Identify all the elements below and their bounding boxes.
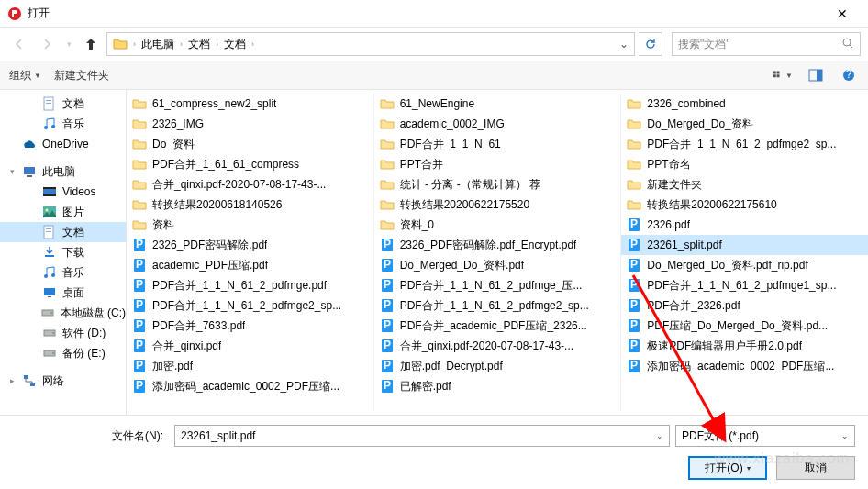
file-item[interactable]: Do_资料 xyxy=(127,134,373,154)
file-item[interactable]: 转换结果20200618140526 xyxy=(127,194,373,215)
file-item[interactable]: PPDF合并_1_1_N_61_2_pdfmge1_sp... xyxy=(621,275,868,295)
folder-icon xyxy=(380,137,395,151)
svg-rect-11 xyxy=(46,100,51,101)
close-button[interactable]: ✕ xyxy=(824,6,861,21)
file-item[interactable]: P合并_qinxi.pdf-2020-07-08-17-43-... xyxy=(374,336,621,356)
chevron-right-icon[interactable]: › xyxy=(214,39,220,49)
sidebar-item[interactable]: 图片 xyxy=(0,202,126,222)
path-dropdown[interactable]: ⌄ xyxy=(616,38,632,50)
file-item[interactable]: P2326_PDF密码解除.pdf xyxy=(127,235,373,255)
file-item[interactable]: P合并_qinxi.pdf xyxy=(127,336,373,356)
file-item[interactable]: PPDF合并_1_1_N_61_2_pdfmge2_sp... xyxy=(127,295,373,316)
preview-pane-button[interactable] xyxy=(806,69,826,82)
sidebar-item[interactable]: Videos xyxy=(0,182,126,202)
filter-value: PDF文件 (*.pdf) xyxy=(682,428,759,444)
help-button[interactable]: ? xyxy=(839,69,859,82)
folder-icon xyxy=(132,137,147,151)
file-item[interactable]: PPT命名 xyxy=(621,154,868,174)
file-item[interactable]: 新建文件夹 xyxy=(621,174,868,194)
split-dropdown-icon[interactable]: ▾ xyxy=(747,464,751,472)
file-item[interactable]: P添加密码_academic_0002_PDF压缩... xyxy=(127,376,373,396)
file-item[interactable]: academic_0002_IMG xyxy=(374,114,621,134)
svg-rect-23 xyxy=(46,228,51,229)
file-item[interactable]: P加密.pdf_Decrypt.pdf xyxy=(374,356,621,376)
crumb-docs2[interactable]: 文档 xyxy=(220,33,250,55)
file-item[interactable]: P添加密码_academic_0002_PDF压缩... xyxy=(621,356,868,376)
file-item[interactable]: PPDF合并_1_1_N_61_2_pdfmge2_sp... xyxy=(374,295,621,316)
file-item[interactable]: 资料 xyxy=(127,215,373,235)
file-item[interactable]: P极速PDF编辑器用户手册2.0.pdf xyxy=(621,336,868,356)
sidebar-item[interactable]: 下载 xyxy=(0,242,126,262)
file-item[interactable]: PDF合并_1_61_61_compress xyxy=(127,154,373,174)
file-item[interactable]: 2326_combined xyxy=(621,94,868,114)
nav-up-button[interactable] xyxy=(79,32,103,56)
file-item[interactable]: 转换结果20200622175610 xyxy=(621,194,868,215)
sidebar-item[interactable]: 备份 (E:) xyxy=(0,343,126,363)
file-item[interactable]: PDo_Merged_Do_资料.pdf_rip.pdf xyxy=(621,255,868,275)
pdf-icon: P xyxy=(627,339,641,353)
sidebar-item[interactable]: ▸网络 xyxy=(0,371,126,391)
chevron-right-icon[interactable]: › xyxy=(178,39,184,49)
file-item[interactable]: 统计 - 分离 -（常规计算） 荐 xyxy=(374,174,621,194)
file-item[interactable]: PPDF压缩_Do_Merged_Do_资料.pd... xyxy=(621,316,868,336)
sidebar-item[interactable]: 文档 xyxy=(0,222,126,242)
breadcrumb[interactable]: › 此电脑 › 文档 › 文档 › ⌄ xyxy=(106,32,635,56)
nav-back-button[interactable] xyxy=(7,32,31,56)
sidebar-item[interactable]: OneDrive xyxy=(0,134,126,154)
file-item[interactable]: P加密.pdf xyxy=(127,356,373,376)
file-list[interactable]: 61_compress_new2_split2326_IMGDo_资料PDF合并… xyxy=(127,90,868,415)
file-item[interactable]: 2326_IMG xyxy=(127,114,373,134)
folder-icon xyxy=(380,117,395,131)
refresh-button[interactable] xyxy=(639,32,662,56)
chevron-right-icon[interactable]: › xyxy=(131,39,138,49)
file-item[interactable]: P2326.pdf xyxy=(621,215,868,235)
open-button[interactable]: 打开(O)▾ xyxy=(688,456,767,480)
chevron-right-icon[interactable]: › xyxy=(250,39,256,49)
file-item[interactable]: PPDF合并_7633.pdf xyxy=(127,316,373,336)
file-item[interactable]: P已解密.pdf xyxy=(374,376,621,396)
file-item[interactable]: PPDF合并_academic_PDF压缩_2326... xyxy=(374,316,621,336)
file-type-filter[interactable]: PDF文件 (*.pdf) ⌄ xyxy=(675,425,855,447)
file-item[interactable]: PPT合并 xyxy=(374,154,621,174)
view-options-button[interactable]: ▼ xyxy=(773,69,793,82)
chevron-down-icon[interactable]: ⌄ xyxy=(841,431,849,440)
pdf-icon: P xyxy=(380,379,395,394)
file-item[interactable]: PPDF合并_1_1_N_61_2_pdfmge.pdf xyxy=(127,275,373,295)
svg-text:P: P xyxy=(136,379,143,392)
nav-forward-button[interactable] xyxy=(35,32,59,56)
filename-input[interactable]: 23261_split.pdf ⌄ xyxy=(174,425,670,447)
svg-text:P: P xyxy=(630,359,638,372)
file-item[interactable]: 61_NewEngine xyxy=(374,94,621,114)
file-item[interactable]: 转换结果20200622175520 xyxy=(374,194,621,215)
file-item[interactable]: 61_compress_new2_split xyxy=(127,94,373,114)
file-item[interactable]: PPDF合并_2326.pdf xyxy=(621,295,868,316)
nav-recent-dropdown[interactable]: ▾ xyxy=(62,32,75,56)
sidebar-item[interactable]: ▾此电脑 xyxy=(0,161,126,182)
file-item[interactable]: P23261_split.pdf xyxy=(621,235,868,255)
file-item[interactable]: 合并_qinxi.pdf-2020-07-08-17-43-... xyxy=(127,174,373,194)
sidebar-item[interactable]: 本地磁盘 (C:) xyxy=(0,303,126,323)
file-item[interactable]: Do_Merged_Do_资料 xyxy=(621,114,868,134)
chevron-down-icon[interactable]: ⌄ xyxy=(656,431,663,440)
organize-menu[interactable]: 组织▼ xyxy=(9,68,41,83)
cancel-button[interactable]: 取消 xyxy=(776,456,855,480)
pdf-icon: P xyxy=(627,298,641,313)
file-item[interactable]: P2326_PDF密码解除.pdf_Encrypt.pdf xyxy=(374,235,621,255)
file-item[interactable]: PDF合并_1_1_N_61_2_pdfmge2_sp... xyxy=(621,134,868,154)
crumb-pc[interactable]: 此电脑 xyxy=(138,33,178,55)
sidebar-item[interactable]: 桌面 xyxy=(0,283,126,303)
search-input[interactable]: 搜索"文档" xyxy=(672,32,861,56)
file-item[interactable]: 资料_0 xyxy=(374,215,621,235)
sidebar-item[interactable]: 软件 (D:) xyxy=(0,323,126,343)
file-item[interactable]: PDo_Merged_Do_资料.pdf xyxy=(374,255,621,275)
folder-icon xyxy=(380,197,395,212)
svg-text:P: P xyxy=(384,278,391,291)
sidebar-item[interactable]: 音乐 xyxy=(0,114,126,134)
file-item[interactable]: PDF合并_1_1_N_61 xyxy=(374,134,621,154)
sidebar-item[interactable]: 文档 xyxy=(0,94,126,114)
crumb-docs1[interactable]: 文档 xyxy=(184,33,214,55)
file-item[interactable]: PPDF合并_1_1_N_61_2_pdfmge_压... xyxy=(374,275,621,295)
file-item[interactable]: Pacademic_PDF压缩.pdf xyxy=(127,255,373,275)
new-folder-button[interactable]: 新建文件夹 xyxy=(54,68,109,83)
sidebar-item[interactable]: 音乐 xyxy=(0,262,126,283)
